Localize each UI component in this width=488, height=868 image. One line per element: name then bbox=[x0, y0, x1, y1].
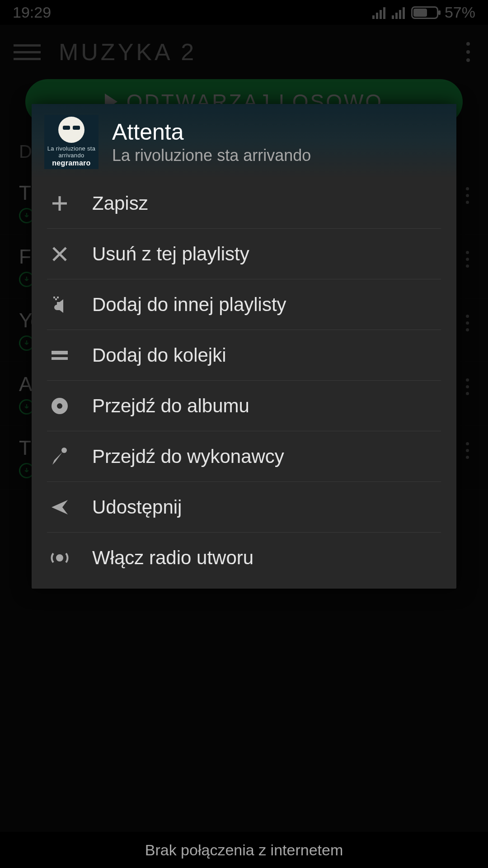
menu-label: Zapisz bbox=[92, 193, 148, 214]
svg-point-3 bbox=[57, 403, 62, 409]
svg-rect-1 bbox=[52, 357, 68, 360]
menu-start-radio[interactable]: Włącz radio utworu bbox=[47, 533, 441, 583]
dialog-header: La rivoluzione sta arrivando negramaro A… bbox=[32, 104, 456, 178]
track-context-menu: La rivoluzione sta arrivando negramaro A… bbox=[32, 104, 456, 589]
menu-remove-from-playlist[interactable]: Usuń z tej playlisty bbox=[47, 229, 441, 279]
menu-list: Zapisz Usuń z tej playlisty Dodaj do inn… bbox=[32, 178, 456, 589]
album-artist: negramaro bbox=[44, 159, 99, 167]
radio-icon bbox=[47, 547, 72, 569]
menu-add-to-other-playlist[interactable]: Dodaj do innej playlisty bbox=[47, 279, 441, 330]
menu-label: Włącz radio utworu bbox=[92, 547, 253, 569]
album-icon bbox=[47, 395, 72, 417]
svg-rect-0 bbox=[52, 351, 68, 354]
dialog-song-title: Attenta bbox=[112, 119, 311, 145]
offline-banner: Brak połączenia z internetem bbox=[0, 832, 488, 868]
menu-label: Usuń z tej playlisty bbox=[92, 243, 249, 265]
menu-label: Dodaj do kolejki bbox=[92, 344, 226, 366]
album-subtitle: La rivoluzione sta arrivando bbox=[47, 145, 96, 159]
menu-label: Dodaj do innej playlisty bbox=[92, 294, 286, 316]
queue-icon bbox=[47, 344, 72, 366]
dialog-song-subtitle: La rivoluzione sta arrivando bbox=[112, 146, 311, 165]
offline-text: Brak połączenia z internetem bbox=[145, 841, 343, 859]
menu-go-to-artist[interactable]: Przejdź do wykonawcy bbox=[47, 431, 441, 482]
share-icon bbox=[47, 496, 72, 518]
menu-go-to-album[interactable]: Przejdź do albumu bbox=[47, 381, 441, 431]
artist-icon bbox=[47, 446, 72, 467]
menu-share[interactable]: Udostępnij bbox=[47, 482, 441, 533]
add-to-playlist-icon bbox=[47, 294, 72, 316]
album-art: La rivoluzione sta arrivando negramaro bbox=[44, 115, 99, 169]
menu-label: Przejdź do albumu bbox=[92, 395, 249, 417]
svg-point-5 bbox=[57, 555, 62, 561]
menu-add-to-queue[interactable]: Dodaj do kolejki bbox=[47, 330, 441, 381]
menu-save[interactable]: Zapisz bbox=[47, 178, 441, 229]
menu-label: Udostępnij bbox=[92, 496, 182, 518]
plus-icon bbox=[47, 193, 72, 214]
menu-label: Przejdź do wykonawcy bbox=[92, 446, 284, 467]
x-icon bbox=[47, 243, 72, 265]
